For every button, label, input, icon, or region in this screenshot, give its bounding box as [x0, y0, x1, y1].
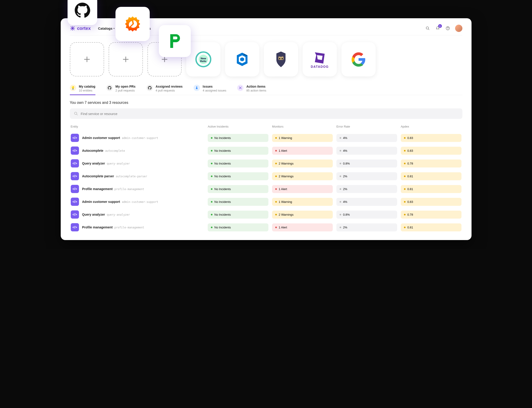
- user-avatar[interactable]: [455, 25, 462, 32]
- error-rate-chip: 4%: [336, 134, 397, 142]
- monitors-chip: 2 Warnings: [272, 160, 333, 168]
- error-rate-chip: 4%: [336, 198, 397, 206]
- datadog-tile[interactable]: DATADOG: [303, 42, 337, 76]
- apdex-chip: 0.81: [401, 172, 462, 180]
- snyk-icon: [273, 50, 289, 68]
- chevron-down-icon: ▾: [113, 27, 115, 30]
- code-icon: </>: [71, 172, 79, 180]
- tab-assigned-reviews[interactable]: Assigned reviews4 pull requests: [146, 85, 183, 92]
- incidents-chip: No Incidents: [208, 185, 268, 193]
- monitors-chip: 1 Warning: [272, 134, 333, 142]
- integrations-row: NewRelic DATADOG: [70, 42, 462, 76]
- app-window: cortex Catalogs▾ Tools▾ Actions 1 NewRel…: [61, 18, 472, 240]
- newrelic-icon: NewRelic: [195, 51, 211, 67]
- table-row[interactable]: </>Query analyzerquery-analyzerNo Incide…: [70, 208, 462, 221]
- header-right: 1: [425, 25, 462, 32]
- table-row[interactable]: </>Admin customer supportadmin-customer-…: [70, 195, 462, 208]
- github-icon: [106, 85, 113, 91]
- col-monitors: Monitors: [272, 125, 333, 128]
- apdex-chip: 0.78: [401, 211, 462, 219]
- azure-devops-tile[interactable]: [225, 42, 259, 76]
- table-row[interactable]: </>Admin customer supportadmin-customer-…: [70, 131, 462, 144]
- add-integration-1[interactable]: [70, 42, 104, 76]
- table-row[interactable]: </>AutocompleteautocompleteNo Incidents1…: [70, 144, 462, 157]
- add-integration-2[interactable]: [109, 42, 143, 76]
- search-bar[interactable]: [70, 108, 462, 119]
- tab-my-catalog[interactable]: 💡 My catalog10 entities: [70, 85, 95, 92]
- search-button[interactable]: [425, 26, 430, 31]
- entity-slug: query-analyzer: [107, 213, 130, 216]
- brand-logo[interactable]: cortex: [70, 26, 91, 31]
- grafana-tile[interactable]: [115, 7, 150, 41]
- incidents-chip: No Incidents: [208, 147, 268, 155]
- entity-cell: </>Autocomplete parserautocomplete-parse…: [71, 172, 204, 180]
- code-icon: </>: [71, 223, 79, 231]
- entity-name: Profile management: [82, 225, 113, 229]
- code-icon: </>: [71, 210, 79, 219]
- tab-open-prs[interactable]: My open PRs2 pull requests: [106, 85, 136, 92]
- entity-cell: </>Admin customer supportadmin-customer-…: [71, 134, 204, 142]
- pagerduty-icon: [168, 33, 182, 49]
- newrelic-tile[interactable]: NewRelic: [186, 42, 221, 76]
- tab-action-items[interactable]: Action items85 action items: [237, 85, 266, 92]
- code-icon: </>: [71, 159, 79, 168]
- incidents-chip: No Incidents: [208, 198, 268, 206]
- nav-catalogs[interactable]: Catalogs▾: [98, 26, 115, 30]
- svg-point-2: [447, 29, 448, 29]
- svg-point-7: [279, 58, 280, 59]
- entity-name: Admin customer support: [82, 200, 120, 204]
- pagerduty-tile[interactable]: [159, 25, 191, 57]
- google-icon: [351, 52, 366, 67]
- entity-slug: autocomplete-parser: [116, 175, 147, 178]
- ownership-summary: You own 7 services and 3 resources: [70, 101, 462, 105]
- monitors-chip: 2 Warnings: [272, 211, 333, 219]
- svg-text:Relic: Relic: [200, 60, 206, 62]
- apdex-chip: 0.83: [401, 134, 462, 142]
- svg-point-8: [281, 58, 283, 59]
- google-tile[interactable]: [342, 42, 376, 76]
- datadog-icon: DATADOG: [311, 50, 329, 68]
- apdex-chip: 0.81: [401, 185, 462, 193]
- error-rate-chip: 0.8%: [336, 211, 397, 219]
- grafana-icon: [123, 15, 142, 33]
- code-icon: </>: [71, 198, 79, 206]
- apdex-chip: 0.83: [401, 198, 462, 206]
- brand-name: cortex: [77, 26, 91, 31]
- table-row[interactable]: </>Autocomplete parserautocomplete-parse…: [70, 170, 462, 183]
- help-icon: [446, 26, 450, 30]
- tab-issues[interactable]: Issues4 assigned issues: [194, 85, 226, 92]
- col-error: Error Rate: [336, 125, 397, 128]
- search-icon: [426, 26, 430, 30]
- incidents-chip: No Incidents: [208, 223, 268, 231]
- code-icon: </>: [71, 134, 79, 142]
- monitors-chip: 2 Warnings: [272, 172, 333, 180]
- col-apdex: Apdex: [401, 125, 462, 128]
- incidents-chip: No Incidents: [208, 160, 268, 168]
- search-input[interactable]: [81, 112, 458, 116]
- plus-icon: [122, 55, 130, 63]
- entity-cell: </>Query analyzerquery-analyzer: [71, 159, 204, 168]
- table-row[interactable]: </>Profile managementprofile-managementN…: [70, 183, 462, 195]
- entity-cell: </>Profile managementprofile-management: [71, 185, 204, 193]
- github-tile[interactable]: [68, 0, 97, 25]
- code-icon: </>: [71, 185, 79, 193]
- snyk-tile[interactable]: [264, 42, 298, 76]
- entity-cell: </>Autocompleteautocomplete: [71, 146, 204, 155]
- notification-badge: 1: [438, 24, 442, 28]
- help-button[interactable]: [445, 26, 451, 31]
- github-icon: [146, 85, 153, 91]
- table-row[interactable]: </>Query analyzerquery-analyzerNo Incide…: [70, 157, 462, 170]
- svg-text:DATADOG: DATADOG: [311, 65, 329, 68]
- notifications-button[interactable]: 1: [435, 26, 440, 31]
- entity-slug: query-analyzer: [107, 162, 130, 165]
- azure-devops-icon: [234, 51, 250, 67]
- svg-point-0: [426, 27, 429, 29]
- svg-point-10: [74, 112, 77, 115]
- apdex-chip: 0.81: [401, 223, 462, 231]
- monitors-chip: 1 Alert: [272, 185, 333, 193]
- incidents-chip: No Incidents: [208, 172, 268, 180]
- table-row[interactable]: </>Profile managementprofile-managementN…: [70, 221, 462, 234]
- table-header: Entity Active Incidents Monitors Error R…: [70, 123, 462, 131]
- error-rate-chip: 0.8%: [336, 160, 397, 168]
- brand-icon: [70, 26, 75, 31]
